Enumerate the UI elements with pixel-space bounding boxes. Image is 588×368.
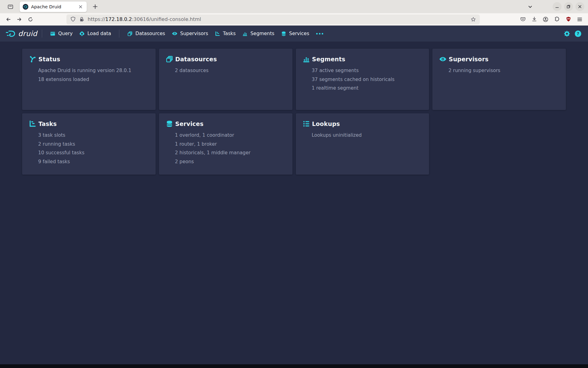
gantt-icon — [215, 31, 220, 36]
browser-tab[interactable]: Apache Druid — [20, 2, 87, 12]
nav-item-label: Datasources — [135, 31, 165, 36]
more-icon[interactable] — [312, 26, 327, 42]
pocket-icon[interactable] — [518, 15, 527, 24]
card-status[interactable]: Status Apache Druid is running version 2… — [22, 49, 156, 110]
card-lookups[interactable]: Lookups Lookups uninitialized — [296, 113, 429, 175]
card-title: Status — [38, 56, 60, 63]
nav-item-tasks[interactable]: Tasks — [212, 26, 239, 42]
bar-chart-icon — [242, 31, 248, 36]
bookmark-star-icon[interactable] — [471, 17, 476, 22]
nav-item-supervisors[interactable]: Supervisors — [169, 26, 212, 42]
card-line: 3 task slots — [29, 131, 151, 140]
database-icon — [281, 31, 286, 36]
card-line: 9 failed tasks — [29, 157, 151, 166]
application-icon — [50, 31, 55, 36]
card-line: 37 active segments — [303, 66, 425, 75]
card-line: 18 extensions loaded — [29, 75, 151, 84]
nav-item-segments[interactable]: Segments — [239, 26, 278, 42]
new-tab-button[interactable] — [90, 2, 100, 11]
home-view: Status Apache Druid is running version 2… — [0, 42, 588, 175]
navbar-divider — [42, 30, 42, 38]
druid-logo[interactable]: druid — [5, 29, 37, 38]
forward-button[interactable] — [15, 15, 24, 24]
card-line: Lookups uninitialized — [303, 131, 425, 140]
svg-text:UO: UO — [567, 18, 570, 20]
bottom-bar — [0, 364, 588, 368]
card-title: Segments — [312, 56, 345, 63]
database-icon — [166, 120, 173, 127]
card-line: 2 datasources — [166, 66, 288, 75]
card-line: 2 historicals, 1 middle manager — [166, 148, 288, 157]
card-services[interactable]: Services 1 overlord, 1 coordinator 1 rou… — [159, 113, 292, 175]
reload-button[interactable] — [26, 15, 35, 24]
extensions-puzzle-icon[interactable] — [552, 15, 562, 24]
lock-warning-icon[interactable] — [79, 16, 85, 22]
back-button[interactable] — [4, 15, 13, 24]
eye-icon — [172, 31, 177, 36]
card-title: Datasources — [175, 56, 217, 63]
tracking-shield-icon[interactable] — [70, 16, 76, 22]
nav-item-label: Load data — [87, 31, 111, 36]
card-line: 1 router, 1 broker — [166, 140, 288, 149]
bar-chart-icon — [303, 55, 310, 63]
druid-logo-icon — [5, 29, 17, 38]
druid-navbar: druid Query Load data Datasources — [0, 26, 588, 42]
card-title: Tasks — [38, 120, 57, 127]
card-line: 1 realtime segment — [303, 84, 425, 93]
nav-item-datasources[interactable]: Datasources — [124, 26, 169, 42]
druid-favicon-icon — [22, 4, 29, 10]
properties-list-icon — [303, 120, 310, 127]
nav-item-label: Segments — [250, 31, 274, 36]
menu-hamburger-icon[interactable] — [575, 15, 584, 24]
card-line: Apache Druid is running version 28.0.1 — [29, 66, 151, 75]
fork-icon — [29, 55, 36, 63]
tab-list-chevron-icon[interactable] — [526, 3, 534, 11]
card-title: Supervisors — [449, 56, 488, 63]
stacked-squares-icon — [127, 31, 133, 36]
download-icon[interactable] — [530, 15, 539, 24]
url-bar[interactable]: https://172.18.0.2:30616/unified-console… — [66, 14, 480, 24]
nav-item-query[interactable]: Query — [47, 26, 76, 42]
card-line: 2 running tasks — [29, 140, 151, 149]
firefox-view-icon[interactable] — [6, 2, 15, 12]
eye-icon — [439, 55, 447, 63]
card-line: 2 running supervisors — [439, 66, 562, 75]
gantt-icon — [29, 120, 36, 127]
card-title: Services — [175, 120, 204, 127]
nav-item-label: Tasks — [223, 31, 236, 36]
account-icon[interactable] — [541, 15, 550, 24]
card-line: 37 segments cached on historicals — [303, 75, 425, 84]
nav-item-services[interactable]: Services — [278, 26, 312, 42]
card-title: Lookups — [312, 120, 340, 127]
nav-item-label: Query — [58, 31, 73, 36]
help-icon[interactable]: ? — [575, 30, 581, 37]
gear-icon[interactable] — [564, 30, 570, 37]
nav-item-label: Supervisors — [180, 31, 208, 36]
navbar-divider — [119, 30, 119, 38]
nav-item-label: Services — [289, 31, 309, 36]
card-segments[interactable]: Segments 37 active segments 37 segments … — [296, 49, 429, 110]
tab-title: Apache Druid — [31, 4, 75, 9]
stacked-squares-icon — [166, 55, 173, 63]
card-datasources[interactable]: Datasources 2 datasources — [159, 49, 292, 110]
upload-icon — [79, 31, 85, 36]
card-line: 1 overlord, 1 coordinator — [166, 131, 288, 140]
ublock-icon[interactable]: UO — [564, 15, 573, 24]
card-line: 2 peons — [166, 157, 288, 166]
card-line: 10 successful tasks — [29, 148, 151, 157]
browser-titlebar: Apache Druid — [0, 0, 588, 13]
window-restore-button[interactable] — [564, 2, 573, 11]
window-minimize-button[interactable] — [553, 2, 562, 11]
browser-toolbar: https://172.18.0.2:30616/unified-console… — [0, 13, 588, 26]
url-text: https://172.18.0.2:30616/unified-console… — [88, 16, 201, 22]
window-close-button[interactable] — [575, 2, 584, 11]
nav-item-load-data[interactable]: Load data — [76, 26, 114, 42]
tab-close-icon[interactable] — [77, 3, 84, 10]
druid-wordmark: druid — [18, 30, 37, 38]
card-tasks[interactable]: Tasks 3 task slots 2 running tasks 10 su… — [22, 113, 156, 175]
card-supervisors[interactable]: Supervisors 2 running supervisors — [432, 49, 566, 110]
